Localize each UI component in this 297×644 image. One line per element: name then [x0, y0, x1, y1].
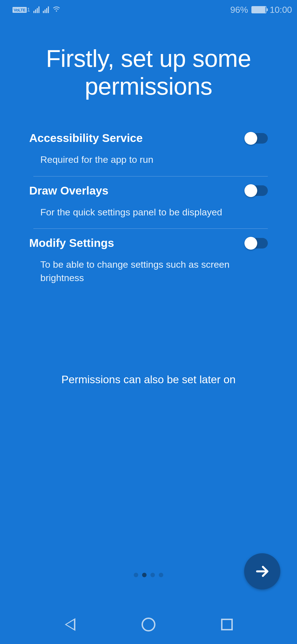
toggle-accessibility[interactable]	[245, 133, 268, 144]
system-nav-bar	[0, 605, 297, 644]
permission-title: Draw Overlays	[29, 184, 108, 197]
wifi-icon	[52, 6, 61, 14]
signal-icon-2	[43, 6, 49, 13]
next-button[interactable]	[244, 553, 280, 589]
page-dot-4[interactable]	[159, 573, 163, 577]
toggle-modify-settings[interactable]	[245, 238, 268, 249]
battery-percent: 96%	[230, 5, 248, 15]
nav-home-button[interactable]	[140, 616, 157, 633]
battery-icon	[251, 6, 266, 13]
volte-badge: VoLTE1	[13, 7, 30, 13]
permission-title: Accessibility Service	[29, 132, 143, 145]
page-dot-3[interactable]	[150, 573, 155, 577]
arrow-right-icon	[254, 564, 270, 579]
permission-modify-settings: Modify Settings To be able to change set…	[29, 229, 268, 294]
permission-desc: Required for the app to run	[29, 153, 268, 166]
toggle-draw-overlays[interactable]	[245, 185, 268, 196]
signal-icon	[33, 6, 39, 13]
nav-recent-button[interactable]	[219, 616, 235, 633]
recent-icon	[221, 619, 233, 630]
permission-title: Modify Settings	[29, 237, 114, 250]
page-dot-2[interactable]	[142, 573, 147, 577]
main-content: Firstly, set up some permissions Accessi…	[0, 19, 297, 294]
page-dot-1[interactable]	[134, 573, 138, 577]
home-icon	[142, 618, 155, 631]
clock-time: 10:00	[270, 5, 292, 15]
nav-back-button[interactable]	[62, 616, 78, 633]
permission-accessibility: Accessibility Service Required for the a…	[29, 124, 268, 176]
permission-draw-overlays: Draw Overlays For the quick settings pan…	[29, 176, 268, 229]
status-left: VoLTE1	[13, 6, 61, 14]
back-icon	[65, 618, 75, 631]
footer-note: Permissions can also be set later on	[0, 373, 297, 386]
permissions-list: Accessibility Service Required for the a…	[14, 124, 283, 294]
status-bar: VoLTE1 96% 10:00	[0, 0, 297, 19]
permission-desc: To be able to change settings such as sc…	[29, 258, 268, 284]
page-title: Firstly, set up some permissions	[14, 45, 283, 100]
status-right: 96% 10:00	[230, 5, 292, 15]
permission-desc: For the quick settings panel to be displ…	[29, 206, 268, 219]
